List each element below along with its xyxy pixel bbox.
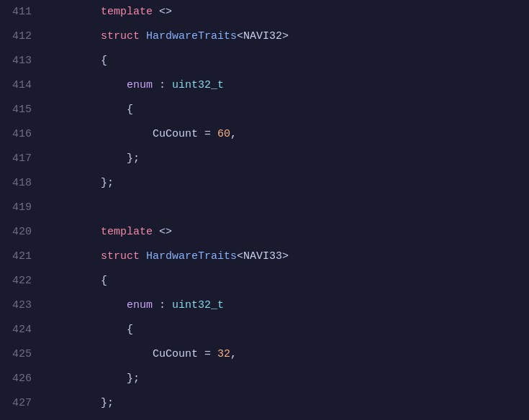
code-line: {	[49, 318, 529, 342]
code-line: };	[49, 147, 529, 171]
code-line	[49, 196, 529, 220]
line-number: 423	[0, 293, 32, 318]
code-line: {	[49, 269, 529, 293]
line-numbers: 411 412 413 414 415 416 417 418 419 420 …	[0, 0, 43, 420]
line-number: 420	[0, 220, 32, 245]
code-lines: template <> struct HardwareTraits<NAVI32…	[43, 0, 529, 420]
line-number: 414	[0, 73, 32, 98]
line-number: 427	[0, 391, 32, 416]
code-line: enum : uint32_t	[49, 293, 529, 318]
code-line: struct HardwareTraits<NAVI32>	[49, 24, 529, 49]
code-line: };	[49, 171, 529, 196]
line-number: 422	[0, 269, 32, 293]
line-number: 411	[0, 0, 32, 24]
line-number: 412	[0, 24, 32, 49]
code-line: };	[49, 367, 529, 391]
line-number: 419	[0, 196, 32, 220]
line-number: 418	[0, 171, 32, 196]
line-number: 424	[0, 318, 32, 342]
code-editor: 411 412 413 414 415 416 417 418 419 420 …	[0, 0, 529, 420]
code-line: enum : uint32_t	[49, 73, 529, 98]
line-number: 417	[0, 147, 32, 171]
code-line: {	[49, 49, 529, 73]
line-number: 413	[0, 49, 32, 73]
code-line: template <>	[49, 220, 529, 245]
code-line: CuCount = 32,	[49, 342, 529, 367]
code-line: template <>	[49, 0, 529, 24]
line-number: 421	[0, 245, 32, 269]
code-line: struct HardwareTraits<NAVI33>	[49, 245, 529, 269]
line-number: 426	[0, 367, 32, 391]
code-line: {	[49, 98, 529, 122]
line-number: 416	[0, 122, 32, 147]
line-number: 425	[0, 342, 32, 367]
code-line: CuCount = 60,	[49, 122, 529, 147]
line-number: 415	[0, 98, 32, 122]
code-line: };	[49, 391, 529, 416]
